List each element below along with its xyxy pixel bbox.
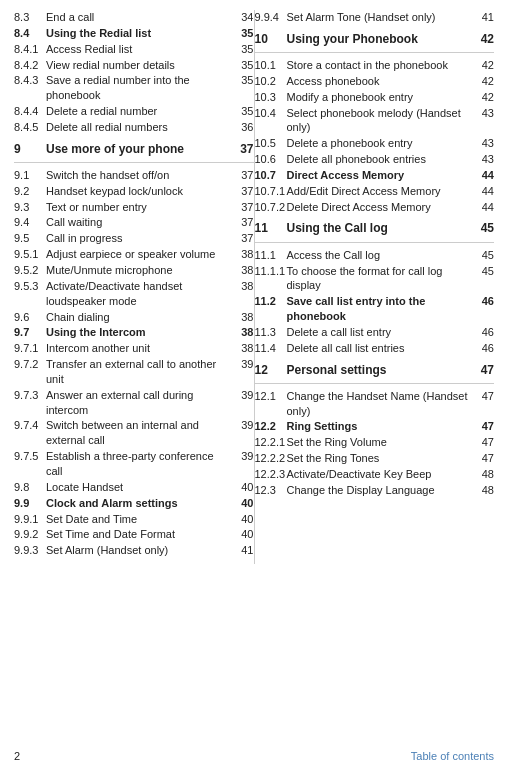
section-header: 10Using your Phonebook42 — [255, 31, 495, 47]
entry-page: 37 — [232, 231, 254, 246]
entry-title: Using the Intercom — [46, 325, 232, 340]
entry-number: 10.3 — [255, 90, 287, 105]
section-number: 9 — [14, 141, 46, 157]
entry-title: Save a redial number into the phonebook — [46, 73, 232, 103]
entry-page: 37 — [232, 215, 254, 230]
toc-section: 12Personal settings4712.1Change the Hand… — [255, 362, 495, 498]
entry-title: Ring Settings — [287, 419, 473, 434]
toc-entry: 10.2Access phonebook42 — [255, 74, 495, 89]
entry-number: 12.1 — [255, 389, 287, 404]
entry-number: 8.4.4 — [14, 104, 46, 119]
toc-section: 11Using the Call log4511.1Access the Cal… — [255, 220, 495, 355]
entry-title: Handset keypad lock/unlock — [46, 184, 232, 199]
entry-page: 35 — [232, 26, 254, 41]
entry-title: Change the Display Language — [287, 483, 473, 498]
entry-page: 43 — [472, 106, 494, 121]
toc-entry: 10.1Store a contact in the phonebook42 — [255, 58, 495, 73]
entry-number: 8.4.2 — [14, 58, 46, 73]
section-divider — [255, 52, 495, 53]
entry-page: 38 — [232, 310, 254, 325]
section-page: 37 — [232, 141, 254, 157]
entry-title: Select phonebook melody (Handset only) — [287, 106, 473, 136]
entry-page: 39 — [232, 418, 254, 433]
entry-number: 9.9 — [14, 496, 46, 511]
entry-title: Adjust earpiece or speaker volume — [46, 247, 232, 262]
entry-number: 9.7.4 — [14, 418, 46, 433]
entry-number: 10.2 — [255, 74, 287, 89]
toc-entry: 9.7.4Switch between an internal and exte… — [14, 418, 254, 448]
entry-title: Store a contact in the phonebook — [287, 58, 473, 73]
entry-number: 9.7 — [14, 325, 46, 340]
entry-title: Set Alarm Tone (Handset only) — [287, 10, 473, 25]
toc-entry: 12.2Ring Settings47 — [255, 419, 495, 434]
entry-page: 47 — [472, 435, 494, 450]
toc-entry: 8.3End a call34 — [14, 10, 254, 25]
toc-entry: 12.2.3Activate/Deactivate Key Beep48 — [255, 467, 495, 482]
entry-title: Change the Handset Name (Handset only) — [287, 389, 473, 419]
section-title: Use more of your phone — [46, 141, 232, 157]
toc-entry: 9.6Chain dialing38 — [14, 310, 254, 325]
entry-page: 35 — [232, 73, 254, 88]
toc-entry: 12.2.1Set the Ring Volume47 — [255, 435, 495, 450]
entry-title: Answer an external call during intercom — [46, 388, 232, 418]
entry-title: To choose the format for call log displa… — [287, 264, 473, 294]
toc-entry: 10.4Select phonebook melody (Handset onl… — [255, 106, 495, 136]
entry-number: 9.5.3 — [14, 279, 46, 294]
entry-title: Delete Direct Access Memory — [287, 200, 473, 215]
toc-entry: 9.8Locate Handset40 — [14, 480, 254, 495]
entry-page: 47 — [472, 419, 494, 434]
toc-entry: 8.4Using the Redial list35 — [14, 26, 254, 41]
entry-title: Locate Handset — [46, 480, 232, 495]
toc-entry: 9.7.3Answer an external call during inte… — [14, 388, 254, 418]
toc-entry: 9.7.1Intercom another unit38 — [14, 341, 254, 356]
toc-entry: 9.5.3Activate/Deactivate handset loudspe… — [14, 279, 254, 309]
entry-title: Delete a phonebook entry — [287, 136, 473, 151]
entry-page: 46 — [472, 341, 494, 356]
entry-page: 43 — [472, 152, 494, 167]
entry-page: 37 — [232, 200, 254, 215]
entry-page: 46 — [472, 294, 494, 309]
right-column: 9.9.4Set Alarm Tone (Handset only)4110Us… — [254, 10, 494, 564]
entry-page: 41 — [472, 10, 494, 25]
entry-title: Modify a phonebook entry — [287, 90, 473, 105]
toc-entry: 10.7.2Delete Direct Access Memory44 — [255, 200, 495, 215]
toc-entry: 9.5Call in progress37 — [14, 231, 254, 246]
toc-section: 8.3End a call348.4Using the Redial list3… — [14, 10, 254, 135]
entry-number: 9.8 — [14, 480, 46, 495]
toc-entry: 8.4.2View redial number details35 — [14, 58, 254, 73]
entry-number: 11.1.1 — [255, 264, 287, 279]
entry-page: 41 — [232, 543, 254, 558]
entry-title: Delete a redial number — [46, 104, 232, 119]
entry-number: 11.2 — [255, 294, 287, 309]
entry-title: Access the Call log — [287, 248, 473, 263]
entry-number: 9.7.1 — [14, 341, 46, 356]
entry-number: 10.7 — [255, 168, 287, 183]
entry-number: 9.7.5 — [14, 449, 46, 464]
toc-entry: 10.5Delete a phonebook entry43 — [255, 136, 495, 151]
entry-title: Switch between an internal and external … — [46, 418, 232, 448]
entry-number: 8.4.5 — [14, 120, 46, 135]
entry-number: 12.2 — [255, 419, 287, 434]
entry-page: 48 — [472, 483, 494, 498]
entry-title: Direct Access Memory — [287, 168, 473, 183]
entry-page: 35 — [232, 42, 254, 57]
entry-page: 42 — [472, 90, 494, 105]
entry-number: 8.4.3 — [14, 73, 46, 88]
entry-number: 9.4 — [14, 215, 46, 230]
entry-page: 40 — [232, 496, 254, 511]
toc-entry: 9.7.2Transfer an external call to anothe… — [14, 357, 254, 387]
entry-title: Set the Ring Volume — [287, 435, 473, 450]
entry-page: 39 — [232, 449, 254, 464]
entry-number: 9.7.2 — [14, 357, 46, 372]
entry-title: Activate/Deactivate handset loudspeaker … — [46, 279, 232, 309]
entry-page: 38 — [232, 263, 254, 278]
toc-entry: 11.4Delete all call list entries46 — [255, 341, 495, 356]
entry-page: 40 — [232, 512, 254, 527]
left-column: 8.3End a call348.4Using the Redial list3… — [14, 10, 254, 564]
toc-entry: 11.1.1To choose the format for call log … — [255, 264, 495, 294]
entry-title: Intercom another unit — [46, 341, 232, 356]
toc-entry: 11.3Delete a call list entry46 — [255, 325, 495, 340]
toc-entry: 9.7Using the Intercom38 — [14, 325, 254, 340]
entry-title: Clock and Alarm settings — [46, 496, 232, 511]
section-number: 12 — [255, 362, 287, 378]
